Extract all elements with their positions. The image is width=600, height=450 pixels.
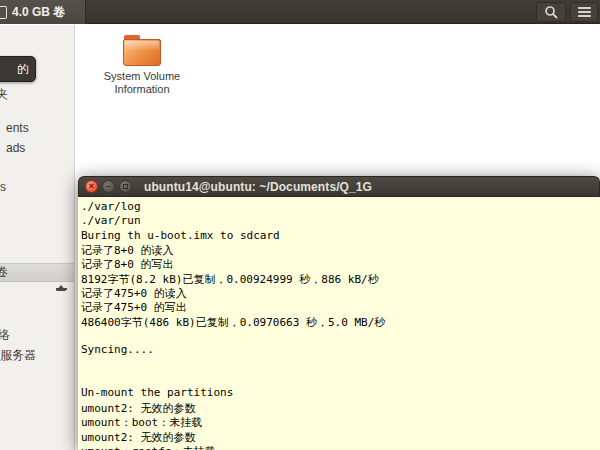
terminal-line: umount2: 无效的参数: [81, 430, 600, 444]
search-button[interactable]: [536, 2, 566, 22]
folder-system-volume-information[interactable]: System Volume Information: [84, 35, 200, 96]
sidebar-tooltip: 的: [0, 56, 36, 82]
terminal-line: 记录了8+0 的写出: [81, 257, 600, 271]
menu-button[interactable]: [570, 2, 598, 22]
terminal-titlebar[interactable]: × – ubuntu14@ubuntu: ~/Documents/Q_1G: [78, 176, 600, 197]
sidebar-item-volume-selected[interactable]: 卷: [0, 263, 75, 282]
terminal-line: [81, 358, 600, 372]
hamburger-menu-icon: [578, 7, 591, 17]
terminal-line: 记录了475+0 的写出: [81, 300, 600, 314]
sidebar-item-volume-label: 卷: [0, 264, 8, 281]
maximize-button[interactable]: [119, 180, 132, 193]
desktop-screen: 4.0 GB 卷 的 夹 ents ads s 卷 络 服务器: [0, 0, 600, 450]
terminal-line: umount：boot：未挂载: [81, 415, 600, 429]
folder-name-label: System Volume Information: [94, 70, 190, 96]
drive-icon: [0, 6, 7, 19]
sidebar-item-network[interactable]: 络: [0, 327, 10, 344]
terminal-window: × – ubuntu14@ubuntu: ~/Documents/Q_1G ./…: [78, 176, 600, 450]
volume-location-button[interactable]: 4.0 GB 卷: [0, 0, 86, 24]
terminal-line: 8192字节(8.2 kB)已复制，0.00924999 秒，886 kB/秒: [81, 272, 600, 286]
sidebar-item-s[interactable]: s: [0, 180, 6, 194]
terminal-line: [81, 372, 600, 386]
search-icon: [544, 5, 558, 19]
minimize-button[interactable]: –: [102, 180, 115, 193]
terminal-line: umount：rootfs：未挂载: [81, 444, 600, 450]
terminal-line: ./var/log: [81, 200, 600, 214]
tooltip-text: 的: [17, 61, 29, 78]
terminal-output[interactable]: ./var/log ./var/run Buring th u-boot.imx…: [78, 197, 600, 450]
close-button[interactable]: ×: [85, 180, 98, 193]
terminal-line: ./var/run: [81, 214, 600, 228]
terminal-line: Buring th u-boot.imx to sdcard: [81, 229, 600, 243]
terminal-line: 486400字节(486 kB)已复制，0.0970663 秒，5.0 MB/秒: [81, 315, 600, 329]
sidebar-item-documents[interactable]: ents: [6, 121, 29, 135]
terminal-line: 记录了475+0 的读入: [81, 286, 600, 300]
eject-icon[interactable]: [56, 268, 67, 290]
terminal-line: Syncing....: [81, 343, 600, 357]
sidebar-item-downloads[interactable]: ads: [6, 141, 25, 155]
volume-location-label: 4.0 GB 卷: [12, 4, 65, 21]
terminal-line: Un-mount the partitions: [81, 386, 600, 400]
sidebar-item-server[interactable]: 服务器: [0, 347, 36, 364]
filemanager-sidebar: 的 夹 ents ads s 卷 络 服务器: [0, 25, 75, 450]
terminal-line: umount2: 无效的参数: [81, 401, 600, 415]
sidebar-item-folder[interactable]: 夹: [0, 86, 8, 103]
folder-icon: [123, 35, 161, 66]
filemanager-toolbar: 4.0 GB 卷: [0, 0, 600, 24]
terminal-line: [81, 329, 600, 343]
terminal-line: 记录了8+0 的读入: [81, 243, 600, 257]
terminal-title: ubuntu14@ubuntu: ~/Documents/Q_1G: [144, 180, 372, 194]
